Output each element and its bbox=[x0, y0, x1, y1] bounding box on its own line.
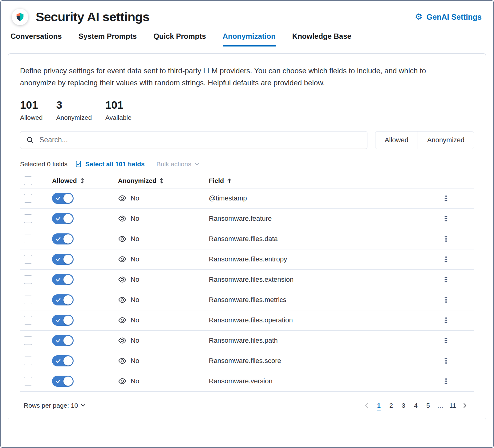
row-checkbox[interactable] bbox=[24, 255, 32, 264]
eye-icon bbox=[118, 336, 127, 345]
toggle-thumb bbox=[63, 214, 73, 223]
anonymized-toggle[interactable]: No bbox=[118, 357, 209, 365]
stat-item: 101 Allowed bbox=[20, 99, 43, 121]
genai-settings-button[interactable]: ⚙ GenAI Settings bbox=[415, 13, 482, 22]
allowed-toggle[interactable] bbox=[52, 294, 74, 305]
table-row: No Ransomware.files.entropy bbox=[20, 249, 474, 270]
next-page-button[interactable] bbox=[460, 399, 470, 412]
tab[interactable]: Anonymization bbox=[223, 32, 276, 46]
row-actions-button[interactable] bbox=[442, 315, 450, 325]
selected-count-text: Selected 0 fields bbox=[20, 160, 67, 168]
previous-page-button[interactable] bbox=[361, 399, 372, 412]
field-name: Ransomware.files.metrics bbox=[209, 296, 440, 304]
row-checkbox[interactable] bbox=[24, 357, 32, 365]
toggle-thumb bbox=[63, 336, 73, 345]
row-actions-button[interactable] bbox=[442, 356, 450, 366]
tab[interactable]: Knowledge Base bbox=[292, 32, 351, 46]
table-row: No Ransomware.files.path bbox=[20, 331, 474, 351]
row-checkbox[interactable] bbox=[24, 316, 32, 325]
actions-dots-icon bbox=[444, 317, 448, 324]
row-checkbox[interactable] bbox=[24, 377, 32, 385]
page-number-button[interactable]: 3 bbox=[398, 399, 409, 412]
allowed-toggle[interactable] bbox=[52, 315, 74, 326]
page-number-button[interactable]: 2 bbox=[386, 399, 396, 412]
select-all-checkbox[interactable] bbox=[24, 176, 32, 185]
eye-icon bbox=[118, 214, 127, 223]
anonymized-value: No bbox=[131, 337, 139, 345]
allowed-toggle[interactable] bbox=[52, 254, 74, 265]
eye-icon bbox=[118, 296, 127, 304]
search-input[interactable] bbox=[39, 135, 361, 144]
row-actions-button[interactable] bbox=[442, 295, 450, 305]
bulk-actions-button[interactable]: Bulk actions bbox=[156, 160, 200, 168]
anonymized-toggle[interactable]: No bbox=[118, 377, 209, 385]
row-actions-button[interactable] bbox=[442, 335, 450, 346]
bulk-actions-label: Bulk actions bbox=[156, 160, 191, 168]
row-actions-button[interactable] bbox=[442, 274, 450, 285]
row-actions-button[interactable] bbox=[442, 234, 450, 244]
select-all-fields-button[interactable]: Select all 101 fields bbox=[75, 160, 145, 168]
anonymized-toggle[interactable]: No bbox=[118, 296, 209, 304]
page-number-button[interactable]: 1 bbox=[374, 399, 384, 412]
field-name: Ransomware.files.data bbox=[209, 235, 440, 243]
anonymized-toggle[interactable]: No bbox=[118, 336, 209, 345]
tab[interactable]: System Prompts bbox=[79, 32, 137, 46]
allowed-toggle[interactable] bbox=[52, 355, 74, 366]
column-header-anonymized[interactable]: Anonymized bbox=[118, 177, 209, 184]
row-actions-button[interactable] bbox=[442, 213, 450, 224]
anonymized-toggle[interactable]: No bbox=[118, 235, 209, 243]
anonymized-toggle[interactable]: No bbox=[118, 275, 209, 284]
allowed-toggle[interactable] bbox=[52, 335, 74, 346]
anonymized-toggle[interactable]: No bbox=[118, 194, 209, 203]
tab[interactable]: Conversations bbox=[10, 32, 62, 46]
page-number-button[interactable]: 11 bbox=[447, 399, 458, 412]
actions-dots-icon bbox=[444, 256, 448, 263]
rows-per-page-button[interactable]: Rows per page: 10 bbox=[24, 402, 86, 409]
stat-value: 101 bbox=[105, 99, 132, 111]
row-checkbox[interactable] bbox=[24, 235, 32, 243]
column-header-allowed[interactable]: Allowed bbox=[52, 177, 118, 184]
row-checkbox[interactable] bbox=[24, 296, 32, 304]
settings-tabs: Conversations System Prompts Quick Promp… bbox=[1, 27, 493, 46]
allowed-toggle[interactable] bbox=[52, 376, 74, 387]
sort-both-icon bbox=[159, 177, 164, 184]
page-number-button[interactable]: 4 bbox=[411, 399, 421, 412]
allowed-toggle[interactable] bbox=[52, 193, 74, 204]
eye-icon bbox=[118, 357, 127, 365]
anonymized-toggle[interactable]: No bbox=[118, 255, 209, 264]
page-number-button[interactable]: … bbox=[435, 399, 446, 412]
genai-settings-label: GenAI Settings bbox=[427, 13, 482, 22]
field-name: Ransomware.files.path bbox=[209, 337, 440, 345]
field-name: Ransomware.feature bbox=[209, 215, 440, 223]
column-header-field[interactable]: Field bbox=[209, 177, 440, 184]
allowed-toggle[interactable] bbox=[52, 274, 74, 285]
row-actions-button[interactable] bbox=[442, 376, 450, 386]
filter-button[interactable]: Anonymized bbox=[418, 131, 474, 149]
chevron-left-icon bbox=[365, 403, 368, 408]
row-checkbox[interactable] bbox=[24, 275, 32, 284]
tab-label: Anonymization bbox=[223, 32, 276, 40]
anonymized-toggle[interactable]: No bbox=[118, 316, 209, 325]
row-checkbox[interactable] bbox=[24, 336, 32, 345]
eye-icon bbox=[118, 377, 127, 385]
allowed-toggle[interactable] bbox=[52, 233, 74, 244]
row-actions-button[interactable] bbox=[442, 254, 450, 264]
row-actions-button[interactable] bbox=[442, 193, 450, 204]
stat-label: Available bbox=[105, 114, 132, 121]
filter-button[interactable]: Allowed bbox=[375, 131, 418, 149]
tab[interactable]: Quick Prompts bbox=[153, 32, 206, 46]
toggle-thumb bbox=[63, 275, 73, 284]
field-name: Ransomware.files.entropy bbox=[209, 255, 440, 263]
anonymized-value: No bbox=[131, 194, 139, 202]
actions-dots-icon bbox=[444, 195, 448, 202]
row-checkbox[interactable] bbox=[24, 214, 32, 223]
column-header-field-label: Field bbox=[209, 177, 224, 184]
row-checkbox[interactable] bbox=[24, 194, 32, 203]
page-number-button[interactable]: 5 bbox=[423, 399, 433, 412]
anonymized-toggle[interactable]: No bbox=[118, 214, 209, 223]
allowed-toggle[interactable] bbox=[52, 213, 74, 224]
stat-value: 3 bbox=[56, 99, 92, 111]
tab-label: Conversations bbox=[10, 32, 62, 40]
table-row: No Ransomware.files.metrics bbox=[20, 290, 474, 310]
panel-description: Define privacy settings for event data s… bbox=[20, 65, 457, 89]
